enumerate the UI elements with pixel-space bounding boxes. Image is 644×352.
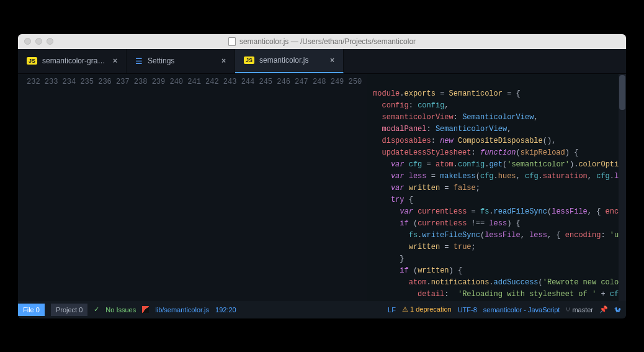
tab-label: Settings [148,56,174,65]
editor-window: semanticolor.js — /Users/ethan/Projects/… [18,34,626,318]
check-icon: ✓ [94,305,99,314]
code-line[interactable]: if (written) { [373,265,626,277]
code-line[interactable]: detail: 'Reloading with stylesheet of ' … [373,289,626,300]
squirrel-icon[interactable]: 🐿 [614,306,621,314]
line-number-gutter[interactable]: 232 233 234 235 236 237 238 239 240 241 … [18,74,367,301]
git-branch-icon: ⑂ [566,306,570,314]
status-file-path[interactable]: lib/semanticolor.js [155,306,209,314]
status-deprecation[interactable]: ⚠ 1 deprecation [402,305,452,314]
code-line[interactable]: modalPanel: SemanticolorView, [373,124,626,135]
code-line[interactable]: if (currentLess !== less) { [373,218,626,230]
tab-label: semanticolor-gram… [42,56,108,65]
code-line[interactable]: try { [373,194,626,206]
js-file-icon: JS [244,56,254,64]
tab-1[interactable]: ☰Settings× [127,49,235,73]
titlebar[interactable]: semanticolor.js — /Users/ethan/Projects/… [18,34,626,49]
code-line[interactable]: written = true; [373,241,626,253]
status-encoding[interactable]: UTF-8 [458,306,477,314]
pin-icon[interactable]: 📌 [599,305,608,314]
code-line[interactable]: var currentLess = fs.readFileSync(lessFi… [373,206,626,218]
settings-icon: ☰ [135,56,143,66]
tab-close-icon[interactable]: × [330,56,334,65]
status-grammar[interactable]: semanticolor - JavaScript [483,306,560,314]
window-title-text: semanticolor.js — /Users/ethan/Projects/… [239,37,416,46]
code-line[interactable]: disposables: new CompositeDisposable(), [373,135,626,147]
code-line[interactable]: fs.writeFileSync(lessFile, less, { encod… [373,230,626,241]
status-file-count[interactable]: File 0 [18,304,45,316]
code-line[interactable] [373,76,626,88]
file-icon [228,37,236,46]
js-file-icon: JS [27,57,37,65]
tab-bar: JSsemanticolor-gram…×☰Settings×JSsemanti… [18,49,626,74]
editor-area: 232 233 234 235 236 237 238 239 240 241 … [18,74,626,301]
code-line[interactable]: module.exports = Semanticolor = { [373,88,626,100]
status-bar: File 0 Project 0 ✓ No Issues lib/semanti… [18,301,626,318]
tab-0[interactable]: JSsemanticolor-gram…× [18,49,127,73]
tab-close-icon[interactable]: × [113,56,117,65]
status-issues[interactable]: No Issues [105,306,136,314]
linter-icon[interactable] [142,306,149,313]
vertical-scrollbar[interactable] [619,74,626,301]
scrollbar-thumb[interactable] [619,75,625,110]
tab-2[interactable]: JSsemanticolor.js× [235,49,344,73]
code-line[interactable]: semanticolorView: SemanticolorView, [373,112,626,124]
window-title: semanticolor.js — /Users/ethan/Projects/… [18,37,626,46]
code-line[interactable]: var less = makeLess(cfg.hues, cfg.satura… [373,171,626,183]
status-eol[interactable]: LF [388,306,396,314]
code-line[interactable]: var written = false; [373,183,626,194]
code-editor[interactable]: module.exports = Semanticolor = { config… [367,74,626,301]
code-line[interactable]: var cfg = atom.config.get('semanticolor'… [373,159,626,171]
code-line[interactable]: config: config, [373,100,626,112]
warning-icon: ⚠ [402,305,408,313]
tab-label: semanticolor.js [259,56,308,65]
tab-close-icon[interactable]: × [221,56,226,65]
code-line[interactable]: } [373,253,626,265]
status-cursor-position[interactable]: 192:20 [215,306,236,314]
status-git-branch[interactable]: ⑂ master [566,306,593,314]
status-project-count[interactable]: Project 0 [51,304,87,316]
code-line[interactable]: atom.notifications.addSuccess('Rewrote n… [373,277,626,289]
code-line[interactable]: updateLessStylesheet: function(skipReloa… [373,147,626,159]
